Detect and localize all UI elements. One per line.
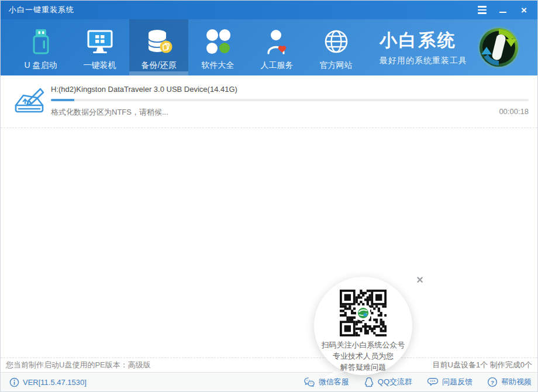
progress-bar [51, 99, 529, 101]
tab-label: U 盘启动 [25, 60, 57, 71]
monitor-icon [85, 27, 115, 56]
backup-restore-icon [144, 27, 174, 56]
popup-text: 扫码关注小白系统公众号 专业技术人员为您 解答疑难问题 [322, 339, 405, 373]
footer-link-label: 问题反馈 [442, 377, 473, 387]
task-body: H:(hd2)Kingston DataTraveler 3.0 USB Dev… [51, 85, 529, 128]
minimize-icon [499, 12, 506, 13]
feedback-link[interactable]: 问题反馈 [427, 377, 473, 388]
close-button[interactable]: × [516, 4, 532, 16]
statusbar: 您当前制作启动U盘使用的PE版本：高级版 目前U盘设备1个 制作完成0个 [1, 357, 537, 372]
hamburger-icon [478, 6, 487, 14]
elapsed-timer: 00:00:18 [499, 107, 529, 118]
info-icon [9, 377, 19, 387]
task-status-row: 格式化数据分区为NTFS，请稍候... 00:00:18 [51, 107, 529, 118]
software-clover-icon [203, 27, 233, 56]
tab-support[interactable]: 人工服务 [247, 19, 306, 75]
nav-tabs: U 盘启动 一键装机 [11, 19, 365, 75]
popup-line: 专业技术人员为您 [322, 350, 405, 362]
footer: VER[11.5.47.1530] 微信客服 QQ交流群 [1, 372, 537, 391]
tab-label: 备份/还原 [142, 60, 177, 71]
main-nav: U 盘启动 一键装机 [1, 19, 537, 75]
qr-code [340, 290, 387, 336]
close-icon: × [521, 5, 527, 15]
wechat-icon [304, 377, 315, 387]
globe-icon [321, 27, 351, 56]
usb-drive-icon [26, 27, 56, 56]
tab-label: 官方网站 [320, 60, 353, 71]
qr-popup: 扫码关注小白系统公众号 专业技术人员为您 解答疑难问题 [314, 277, 412, 375]
popup-close-button[interactable]: × [413, 273, 426, 286]
minimize-button[interactable] [495, 4, 511, 16]
tab-usb-boot[interactable]: U 盘启动 [11, 19, 70, 75]
popup-line: 解答疑难问题 [322, 362, 405, 373]
window-controls: × [474, 4, 532, 16]
progress-fill [51, 99, 74, 101]
brand-slogan: 最好用的系统重装工具 [380, 56, 467, 66]
device-label: H:(hd2)Kingston DataTraveler 3.0 USB Dev… [51, 85, 529, 94]
brand-logo [475, 19, 522, 75]
titlebar: 小白一键重装系统 × [1, 1, 537, 19]
svg-text:?: ? [491, 379, 494, 386]
brand-block: 小白系统 最好用的系统重装工具 [380, 19, 467, 75]
tab-official-site[interactable]: 官方网站 [306, 19, 365, 75]
task-status-text: 格式化数据分区为NTFS，请稍候... [51, 107, 168, 118]
version-info: VER[11.5.47.1530] [9, 377, 87, 387]
help-video-icon: ? [487, 377, 498, 387]
brand-logo-icon [475, 24, 522, 71]
brand-name: 小白系统 [380, 29, 457, 53]
tab-label: 人工服务 [261, 60, 294, 71]
tab-backup-restore[interactable]: 备份/还原 [129, 19, 188, 75]
support-person-icon [262, 27, 292, 56]
window-title: 小白一键重装系统 [9, 5, 74, 15]
version-label: VER[11.5.47.1530] [23, 378, 87, 387]
footer-link-label: 帮助视频 [501, 377, 532, 387]
menu-button[interactable] [474, 4, 489, 16]
app-window: 小白一键重装系统 × [0, 0, 538, 392]
help-video-link[interactable]: ? 帮助视频 [487, 377, 532, 388]
main-content [1, 128, 537, 357]
usb-count-text: 目前U盘设备1个 制作完成0个 [433, 360, 532, 370]
footer-link-label: QQ交流群 [378, 377, 412, 387]
feedback-icon [427, 377, 439, 387]
popup-line: 扫码关注小白系统公众号 [322, 339, 405, 350]
tab-label: 一键装机 [84, 60, 116, 71]
disk-write-icon [13, 87, 45, 128]
tab-one-click-install[interactable]: 一键装机 [70, 19, 129, 75]
tab-software[interactable]: 软件大全 [188, 19, 247, 75]
tab-label: 软件大全 [202, 60, 234, 71]
usb-task-panel: H:(hd2)Kingston DataTraveler 3.0 USB Dev… [1, 75, 537, 128]
pe-version-text: 您当前制作启动U盘使用的PE版本：高级版 [6, 360, 151, 370]
qr-center-logo-icon [356, 306, 370, 320]
